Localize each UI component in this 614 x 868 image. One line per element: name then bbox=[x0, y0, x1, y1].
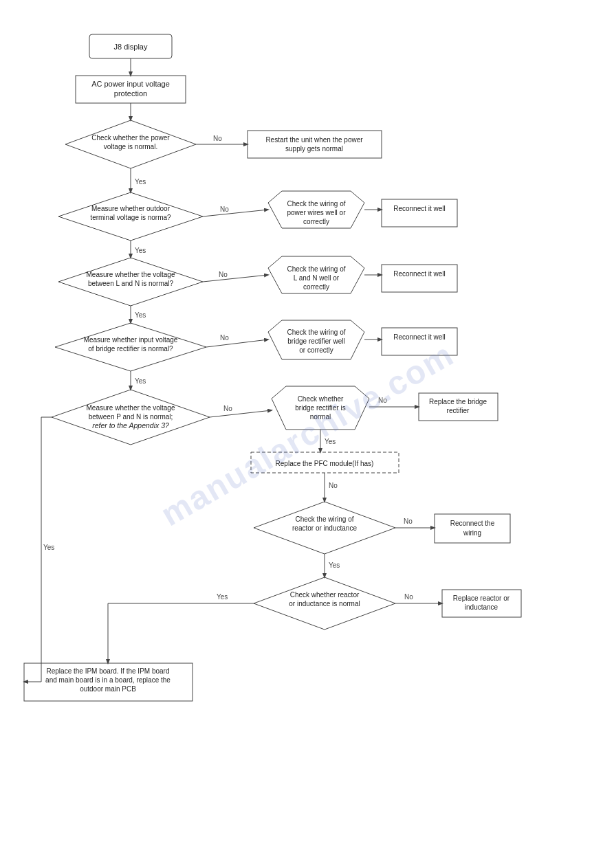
svg-marker-23 bbox=[268, 256, 364, 293]
svg-text:Measure whether input voltage: Measure whether input voltage bbox=[84, 336, 178, 344]
svg-rect-18 bbox=[382, 199, 457, 227]
svg-marker-32 bbox=[268, 320, 364, 359]
svg-marker-29 bbox=[55, 323, 206, 371]
svg-rect-46 bbox=[419, 393, 498, 421]
svg-text:Yes: Yes bbox=[325, 438, 336, 445]
svg-text:correctly: correctly bbox=[303, 218, 329, 225]
svg-line-88 bbox=[210, 410, 272, 417]
svg-text:Yes: Yes bbox=[135, 377, 146, 385]
svg-text:Check the wiring of: Check the wiring of bbox=[287, 200, 345, 208]
svg-text:bridge rectifier well: bridge rectifier well bbox=[287, 337, 344, 345]
svg-text:No: No bbox=[378, 397, 387, 404]
svg-text:normal: normal bbox=[310, 413, 331, 421]
svg-text:Check whether the power: Check whether the power bbox=[91, 134, 170, 142]
svg-text:J8  display: J8 display bbox=[114, 43, 148, 51]
flowchart: manualarchive.com J8 display AC power in… bbox=[0, 0, 614, 868]
svg-text:Yes: Yes bbox=[329, 561, 340, 569]
svg-marker-20 bbox=[58, 258, 203, 306]
svg-rect-8 bbox=[248, 131, 382, 158]
svg-line-73 bbox=[203, 210, 268, 216]
svg-text:wiring: wiring bbox=[463, 529, 481, 537]
svg-line-78 bbox=[203, 275, 268, 282]
svg-text:L and N well or: L and N well or bbox=[294, 274, 340, 282]
svg-rect-60 bbox=[442, 590, 521, 617]
svg-marker-38 bbox=[52, 390, 210, 445]
svg-marker-57 bbox=[254, 577, 395, 630]
svg-text:voltage is normal.: voltage is normal. bbox=[104, 143, 157, 151]
svg-marker-51 bbox=[254, 502, 395, 554]
svg-text:No: No bbox=[219, 271, 228, 278]
svg-rect-2 bbox=[76, 76, 186, 103]
svg-text:bridge rectifier is: bridge rectifier is bbox=[295, 404, 345, 412]
svg-text:Measure whether outdoor: Measure whether outdoor bbox=[91, 205, 171, 212]
svg-marker-11 bbox=[58, 192, 203, 241]
svg-marker-42 bbox=[272, 386, 369, 430]
svg-text:Yes: Yes bbox=[135, 311, 146, 319]
svg-text:between L and N is normal?: between L and N is normal? bbox=[88, 280, 174, 287]
svg-text:inductance: inductance bbox=[465, 603, 498, 611]
svg-text:Check the wiring of: Check the wiring of bbox=[287, 265, 345, 273]
svg-text:Yes: Yes bbox=[135, 178, 146, 186]
watermark: manualarchive.com bbox=[154, 335, 460, 533]
svg-text:Yes: Yes bbox=[135, 247, 146, 254]
svg-text:correctly: correctly bbox=[303, 283, 329, 291]
svg-text:Measure whether the voltage: Measure whether the voltage bbox=[87, 404, 175, 412]
svg-text:No: No bbox=[220, 334, 229, 342]
svg-rect-54 bbox=[435, 514, 510, 543]
svg-text:Replace reactor or: Replace reactor or bbox=[453, 594, 510, 602]
svg-text:reactor or inductance: reactor or inductance bbox=[292, 524, 357, 532]
svg-text:protection: protection bbox=[114, 89, 147, 98]
svg-text:Measure whether the voltage: Measure whether the voltage bbox=[87, 271, 175, 278]
svg-text:and main board is in a board, : and main board is in a board, replace th… bbox=[45, 676, 171, 684]
svg-text:rectifier: rectifier bbox=[447, 407, 470, 414]
svg-text:No: No bbox=[213, 135, 222, 142]
svg-text:Reconnect it well: Reconnect it well bbox=[393, 205, 446, 212]
svg-text:Yes: Yes bbox=[43, 544, 54, 551]
svg-text:power wires well or: power wires well or bbox=[287, 209, 346, 216]
svg-text:No: No bbox=[404, 593, 413, 601]
svg-text:AC power input voltage: AC power input voltage bbox=[91, 80, 170, 88]
svg-rect-0 bbox=[89, 34, 172, 58]
svg-marker-14 bbox=[268, 191, 364, 228]
svg-line-83 bbox=[206, 340, 268, 347]
svg-text:Yes: Yes bbox=[217, 593, 228, 601]
svg-text:Reconnect it well: Reconnect it well bbox=[393, 270, 446, 278]
svg-rect-36 bbox=[382, 328, 457, 355]
svg-text:of bridge rectifier is normal?: of bridge rectifier is normal? bbox=[88, 345, 173, 353]
svg-text:No: No bbox=[404, 518, 413, 525]
svg-text:or correctly: or correctly bbox=[299, 346, 333, 354]
svg-text:outdoor main PCB: outdoor main PCB bbox=[80, 685, 136, 693]
svg-rect-49 bbox=[251, 452, 399, 473]
svg-text:No: No bbox=[220, 205, 229, 213]
svg-text:Reconnect it well: Reconnect it well bbox=[393, 333, 446, 341]
svg-text:or inductance is normal: or inductance is normal bbox=[289, 600, 360, 608]
svg-text:Check whether: Check whether bbox=[298, 395, 344, 403]
svg-text:Check the wiring of: Check the wiring of bbox=[295, 515, 353, 523]
svg-text:Replace the IPM board. If the : Replace the IPM board. If the IPM board bbox=[47, 667, 170, 675]
svg-text:terminal voltage is  norma?: terminal voltage is norma? bbox=[90, 214, 171, 221]
svg-text:Replace the bridge: Replace the bridge bbox=[429, 398, 487, 405]
svg-text:Reconnect the: Reconnect the bbox=[450, 520, 495, 527]
svg-text:refer to the Appendix 3?: refer to the Appendix 3? bbox=[92, 421, 169, 430]
svg-text:Check whether reactor: Check whether reactor bbox=[290, 591, 360, 599]
svg-text:supply gets normal: supply gets normal bbox=[285, 145, 343, 153]
svg-marker-5 bbox=[65, 120, 196, 168]
svg-text:Replace the PFC module(If has): Replace the PFC module(If has) bbox=[276, 460, 374, 467]
svg-text:between P and N is normal;: between P and N is normal; bbox=[89, 413, 173, 421]
svg-rect-27 bbox=[382, 265, 457, 292]
svg-text:Restart the unit when the powe: Restart the unit when the power bbox=[265, 136, 363, 144]
svg-text:Check the wiring of: Check the wiring of bbox=[287, 329, 345, 336]
svg-text:No: No bbox=[329, 482, 338, 489]
svg-text:No: No bbox=[223, 405, 232, 412]
svg-rect-63 bbox=[24, 663, 193, 701]
